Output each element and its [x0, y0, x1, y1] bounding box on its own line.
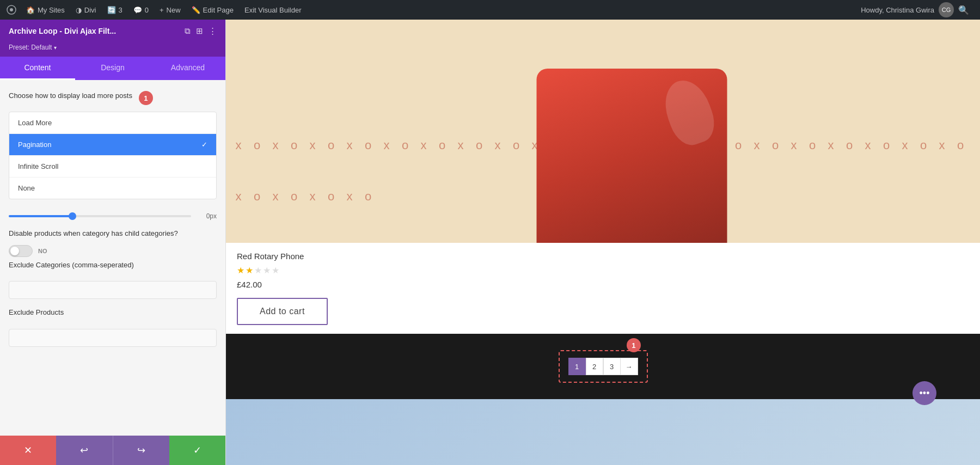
check-icon: ✓ [201, 140, 207, 149]
panel-more-icon[interactable]: ⋮ [209, 26, 217, 36]
exclude-categories-label: Exclude Categories (comma-seperated) [9, 260, 217, 270]
slider-container: 0px [9, 208, 217, 229]
floating-dots-button[interactable]: ••• [912, 381, 936, 405]
star-2: ★ [246, 265, 253, 276]
tab-content[interactable]: Content [0, 57, 75, 80]
undo-button[interactable]: ↩ [56, 436, 112, 465]
next-arrow-icon: → [626, 363, 633, 371]
tab-advanced[interactable]: Advanced [150, 57, 225, 80]
next-page-btn[interactable]: → [621, 358, 638, 375]
disable-products-label: Disable products when category has child… [9, 229, 217, 238]
exclude-categories-section: Exclude Categories (comma-seperated) [9, 260, 217, 308]
main-layout: Archive Loop - Divi Ajax Filt... ⧉ ⊞ ⋮ P… [0, 20, 980, 465]
section-label: Choose how to display load more posts [9, 91, 132, 101]
pencil-icon: ✏️ [192, 6, 200, 14]
page-1-btn[interactable]: 1 [568, 358, 586, 375]
plus-icon: + [160, 6, 164, 14]
sites-icon: 🏠 [26, 6, 35, 14]
panel-title: Archive Loop - Divi Ajax Filt... [9, 27, 116, 35]
phone-body [536, 69, 727, 243]
star-3: ★ [254, 265, 262, 276]
panel-content: Choose how to display load more posts 1 … [0, 80, 225, 436]
undo-icon: ↩ [80, 444, 88, 456]
toggle-row: NO [9, 245, 217, 257]
settings-panel: Archive Loop - Divi Ajax Filt... ⧉ ⊞ ⋮ P… [0, 20, 226, 465]
comments-icon: 💬 [133, 6, 142, 14]
redo-button[interactable]: ↪ [113, 436, 169, 465]
exclude-categories-input[interactable] [9, 281, 217, 299]
dropdown-option-load-more[interactable]: Load More [9, 112, 216, 133]
add-to-cart-button[interactable]: Add to cart [237, 298, 328, 325]
page-3-btn[interactable]: 3 [603, 358, 621, 375]
badge-1: 1 [139, 91, 153, 105]
slider-fill [9, 215, 72, 217]
chevron-down-icon: ▾ [54, 45, 57, 51]
comments-menu[interactable]: 💬 0 [128, 0, 154, 20]
confirm-button[interactable]: ✓ [169, 436, 225, 465]
dropdown-option-infinite-scroll[interactable]: Infinite Scroll [9, 156, 216, 177]
disable-products-toggle[interactable] [9, 245, 33, 257]
display-mode-dropdown: Load More Pagination ✓ Infinite Scroll N… [9, 112, 217, 199]
panel-preset[interactable]: Preset: Default ▾ [0, 40, 225, 57]
search-button[interactable]: 🔍 [954, 5, 973, 15]
phone-highlight [657, 74, 720, 150]
redo-icon: ↪ [137, 444, 145, 456]
preview-area: xoxoxoxoxoxoxoxoxoxoxoxoxoxoxoxoxoxoxoxo… [226, 20, 980, 465]
page-2-btn[interactable]: 2 [586, 358, 603, 375]
cancel-button[interactable]: ✕ [0, 436, 56, 465]
exclude-products-input[interactable] [9, 329, 217, 347]
tab-design[interactable]: Design [75, 57, 150, 80]
slider-thumb[interactable] [69, 212, 76, 220]
product-details: Red Rotary Phone ★ ★ ★ ★ ★ £42.00 Add to… [226, 243, 980, 334]
panel-grid-icon[interactable]: ⊞ [196, 26, 203, 36]
toggle-knob [10, 247, 19, 255]
edit-page-btn[interactable]: ✏️ Edit Page [186, 0, 239, 20]
pagination-badge: 1 [627, 338, 641, 352]
exclude-products-label: Exclude Products [9, 308, 217, 317]
pagination-box: 1 2 3 → [559, 350, 648, 383]
divi-menu[interactable]: ◑ Divi [70, 0, 102, 20]
star-rating: ★ ★ ★ ★ ★ [237, 265, 969, 276]
svg-point-1 [10, 8, 13, 11]
panel-bottom-bar: ✕ ↩ ↪ ✓ [0, 436, 225, 465]
exit-visual-builder-btn[interactable]: Exit Visual Builder [239, 0, 307, 20]
updates-icon: 🔄 [107, 6, 116, 14]
preset-label: Preset: Default [9, 44, 52, 51]
section-header: Choose how to display load more posts 1 [9, 91, 217, 105]
wp-admin-bar: 🏠 My Sites ◑ Divi 🔄 3 💬 0 + New ✏️ Edit … [0, 0, 980, 20]
confirm-icon: ✓ [193, 444, 201, 456]
preview-content: xoxoxoxoxoxoxoxoxoxoxoxoxoxoxoxoxoxoxoxo… [226, 20, 980, 465]
updates-menu[interactable]: 🔄 3 [102, 0, 128, 20]
pagination-section: 1 1 2 3 → [226, 334, 980, 399]
panel-header: Archive Loop - Divi Ajax Filt... ⧉ ⊞ ⋮ [0, 20, 225, 40]
star-4: ★ [263, 265, 271, 276]
slider-track [9, 215, 191, 217]
panel-header-icons: ⧉ ⊞ ⋮ [185, 26, 217, 36]
my-sites-menu[interactable]: 🏠 My Sites [21, 0, 70, 20]
product-image: xoxoxoxoxoxoxoxoxoxoxoxoxoxoxoxoxoxoxoxo… [226, 20, 980, 243]
wp-logo-icon[interactable] [7, 5, 16, 15]
divi-icon: ◑ [76, 6, 82, 14]
toggle-state: NO [38, 248, 47, 254]
avatar: CG [939, 2, 954, 17]
exclude-products-section: Exclude Products [9, 308, 217, 355]
disable-products-section: Disable products when category has child… [9, 229, 217, 257]
star-1: ★ [237, 265, 244, 276]
user-menu[interactable]: Howdy, Christina Gwira CG [861, 2, 954, 17]
cancel-icon: ✕ [24, 444, 32, 456]
slider-value: 0px [198, 212, 217, 220]
panel-tabs: Content Design Advanced [0, 57, 225, 80]
phone-visual: xoxoxoxoxoxoxoxoxoxoxoxoxoxoxoxoxoxoxoxo… [226, 20, 980, 243]
star-5: ★ [272, 265, 279, 276]
next-section [226, 399, 980, 465]
product-name: Red Rotary Phone [237, 252, 969, 261]
dropdown-option-none[interactable]: None [9, 178, 216, 199]
panel-copy-icon[interactable]: ⧉ [185, 26, 191, 36]
dropdown-option-pagination[interactable]: Pagination ✓ [9, 134, 216, 155]
product-price: £42.00 [237, 280, 969, 289]
new-menu[interactable]: + New [154, 0, 186, 20]
